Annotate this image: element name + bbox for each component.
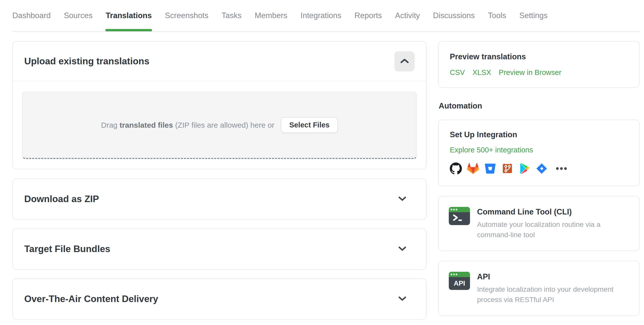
jira-icon[interactable] bbox=[536, 162, 548, 175]
automation-heading: Automation bbox=[439, 101, 640, 111]
bitbucket-icon[interactable] bbox=[484, 162, 496, 175]
chevron-down-icon bbox=[398, 196, 406, 202]
tab-screenshots[interactable]: Screenshots bbox=[165, 0, 208, 31]
tab-tasks[interactable]: Tasks bbox=[221, 0, 241, 31]
api-card[interactable]: API API Integrate localization into your… bbox=[438, 261, 640, 316]
preview-xlsx-link[interactable]: XLSX bbox=[473, 68, 491, 77]
tab-members[interactable]: Members bbox=[255, 0, 287, 31]
dropzone-instruction: Drag translated files (ZIP files are all… bbox=[101, 121, 274, 129]
download-as-zip-panel[interactable]: Download as ZIP bbox=[12, 178, 427, 220]
svg-text:API: API bbox=[454, 280, 465, 287]
cli-terminal-icon bbox=[449, 207, 470, 240]
chevron-down-icon bbox=[398, 296, 406, 302]
tab-discussions[interactable]: Discussions bbox=[433, 0, 475, 31]
tab-sources[interactable]: Sources bbox=[64, 0, 93, 31]
preview-translations-title: Preview translations bbox=[450, 52, 628, 61]
cli-tool-card[interactable]: Command Line Tool (CLI) Automate your lo… bbox=[438, 196, 640, 251]
preview-csv-link[interactable]: CSV bbox=[450, 68, 465, 77]
tab-activity[interactable]: Activity bbox=[395, 0, 420, 31]
target-file-bundles-title: Target File Bundles bbox=[24, 244, 110, 254]
tab-settings[interactable]: Settings bbox=[519, 0, 548, 31]
api-card-title: API bbox=[477, 272, 629, 281]
target-file-bundles-panel[interactable]: Target File Bundles bbox=[12, 228, 427, 270]
api-icon: API bbox=[449, 272, 470, 305]
over-the-air-title: Over-The-Air Content Delivery bbox=[24, 294, 158, 304]
upload-panel-title: Upload existing translations bbox=[24, 56, 149, 67]
tab-translations[interactable]: Translations bbox=[106, 0, 152, 31]
collapse-upload-panel-button[interactable] bbox=[394, 51, 415, 71]
preview-in-browser-link[interactable]: Preview in Browser bbox=[499, 68, 561, 77]
upload-existing-translations-panel: Upload existing translations Drag transl… bbox=[12, 41, 427, 169]
over-the-air-content-delivery-panel[interactable]: Over-The-Air Content Delivery bbox=[12, 278, 427, 320]
tab-reports[interactable]: Reports bbox=[355, 0, 382, 31]
google-play-icon[interactable] bbox=[518, 162, 531, 175]
tab-dashboard[interactable]: Dashboard bbox=[12, 0, 51, 31]
cli-card-title: Command Line Tool (CLI) bbox=[477, 207, 629, 216]
cli-card-description: Automate your localization routine via a… bbox=[477, 220, 629, 240]
set-up-integration-title: Set Up Integration bbox=[450, 130, 628, 139]
download-as-zip-title: Download as ZIP bbox=[24, 194, 99, 204]
tab-tools[interactable]: Tools bbox=[488, 0, 506, 31]
github-icon[interactable] bbox=[450, 162, 462, 175]
git-icon[interactable] bbox=[501, 162, 513, 175]
tab-integrations[interactable]: Integrations bbox=[301, 0, 341, 31]
select-files-button[interactable]: Select Files bbox=[281, 117, 338, 133]
preview-translations-card: Preview translations CSV XLSX Preview in… bbox=[438, 41, 640, 88]
chevron-down-icon bbox=[398, 246, 406, 252]
gitlab-icon[interactable] bbox=[467, 162, 479, 175]
api-card-description: Integrate localization into your develop… bbox=[477, 284, 629, 305]
chevron-up-icon bbox=[400, 58, 409, 64]
more-integrations-icon[interactable] bbox=[555, 162, 568, 175]
set-up-integration-card: Set Up Integration Explore 500+ integrat… bbox=[438, 120, 640, 186]
explore-integrations-link[interactable]: Explore 500+ integrations bbox=[450, 146, 533, 154]
project-tab-bar: Dashboard Sources Translations Screensho… bbox=[12, 0, 640, 32]
translation-file-dropzone[interactable]: Drag translated files (ZIP files are all… bbox=[22, 92, 417, 159]
